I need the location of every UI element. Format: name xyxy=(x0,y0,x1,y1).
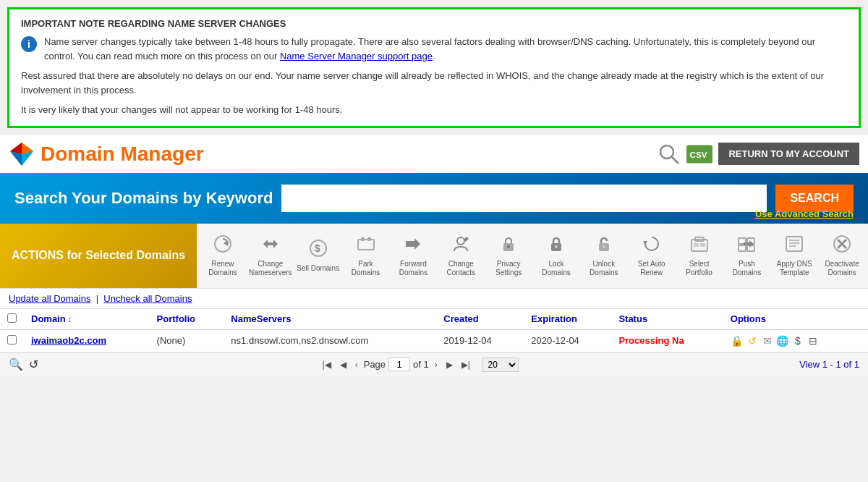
change-contacts-label: Change Contacts xyxy=(439,260,482,277)
svg-text:CSV: CSV xyxy=(690,150,707,159)
nameservers-cell: ns1.dnsowl.com,ns2.dnsowl.com xyxy=(224,329,436,352)
refresh-icon-footer[interactable]: ↺ xyxy=(29,358,38,371)
last-page-btn[interactable]: ▶| xyxy=(459,358,473,371)
svg-text:$: $ xyxy=(315,242,320,254)
privacy-label: Privacy Settings xyxy=(487,260,530,277)
svg-rect-14 xyxy=(361,237,365,241)
csv-icon[interactable]: CSV xyxy=(686,144,712,164)
action-sell-domains[interactable]: $ Sell Domains xyxy=(295,235,341,276)
sell-label: Sell Domains xyxy=(297,264,339,273)
svg-rect-13 xyxy=(358,240,374,250)
push-label: Push Domains xyxy=(726,260,769,277)
update-all-link[interactable]: Update all Domains xyxy=(9,293,90,304)
col-domain: Domain ↕ xyxy=(24,309,150,330)
next-step-btn[interactable]: › xyxy=(432,358,441,371)
domain-link[interactable]: iwaimaob2c.com xyxy=(31,335,106,346)
row-email-icon[interactable]: ✉ xyxy=(761,334,774,347)
important-note-body: Name server changes typically take betwe… xyxy=(44,35,847,63)
action-set-auto-renew[interactable]: Set Auto Renew xyxy=(629,231,675,280)
next-page-btn[interactable]: ▶ xyxy=(443,358,456,371)
renew-icon xyxy=(213,234,233,257)
privacy-icon xyxy=(498,234,519,257)
sell-icon: $ xyxy=(308,238,328,261)
prev-page-btn[interactable]: ◀ xyxy=(337,358,349,371)
svg-rect-15 xyxy=(367,237,371,241)
row-globe-icon[interactable]: 🌐 xyxy=(776,334,789,347)
pagination: |◀ ◀ ‹ Page 1 of 1 › ▶ ▶| 20 50 100 xyxy=(320,358,519,372)
per-page-select[interactable]: 20 50 100 xyxy=(482,358,519,372)
action-change-nameservers[interactable]: Change Nameservers xyxy=(247,231,294,280)
options-cell: 🔒 ↺ ✉ 🌐 $ ⊟ xyxy=(723,329,868,352)
forward-label: Forward Domains xyxy=(391,260,435,277)
row-renew-icon[interactable]: ↺ xyxy=(746,334,759,347)
nameserver-manager-link[interactable]: Name Server Manager support page xyxy=(280,51,433,62)
view-label: View 1 - 1 of 1 xyxy=(799,359,859,370)
park-label: Park Domains xyxy=(344,260,388,277)
svg-rect-30 xyxy=(739,245,746,251)
col-options: Options xyxy=(723,309,868,330)
svg-rect-27 xyxy=(694,243,699,247)
dns-template-icon xyxy=(784,234,804,257)
action-renew-domains[interactable]: Renew Domains xyxy=(200,231,246,280)
domains-table: Domain ↕ Portfolio NameServers Created E… xyxy=(0,309,868,352)
uncheck-all-link[interactable]: Uncheck all Domains xyxy=(103,293,192,304)
action-deactivate-domains[interactable]: Deactivate Domains xyxy=(819,231,865,280)
search-input[interactable] xyxy=(281,185,767,212)
svg-line-6 xyxy=(672,157,678,164)
park-icon xyxy=(356,234,376,257)
portfolio-icon xyxy=(689,234,710,257)
table-controls: Update all Domains | Uncheck all Domains xyxy=(0,289,868,309)
important-note-body2: Rest assured that there are absolutely n… xyxy=(21,69,847,97)
change-contacts-icon xyxy=(451,234,471,257)
sort-icon[interactable]: ↕ xyxy=(68,316,72,324)
search-bar: Search Your Domains by Keyword SEARCH Us… xyxy=(0,173,868,224)
search-icon-footer[interactable]: 🔍 xyxy=(9,358,23,371)
actions-title: ACTIONS for Selected Domains xyxy=(0,224,197,288)
actions-bar: ACTIONS for Selected Domains Renew Domai… xyxy=(0,224,868,289)
svg-rect-34 xyxy=(786,237,802,251)
renew-label: Renew Domains xyxy=(201,260,244,277)
action-unlock-domains[interactable]: Unlock Domains xyxy=(581,231,627,280)
col-portfolio: Portfolio xyxy=(150,309,224,330)
row-sell-icon[interactable]: $ xyxy=(791,334,804,347)
action-forward-domains[interactable]: Forward Domains xyxy=(390,231,436,280)
table-footer: 🔍 ↺ |◀ ◀ ‹ Page 1 of 1 › ▶ ▶| 20 50 100 … xyxy=(0,352,868,376)
lock-label: Lock Domains xyxy=(535,260,578,277)
prev-step-btn[interactable]: ‹ xyxy=(352,358,361,371)
action-push-domains[interactable]: Push Domains xyxy=(724,231,770,280)
action-lock-domains[interactable]: Lock Domains xyxy=(533,231,579,280)
change-nameservers-icon xyxy=(260,234,281,257)
unlock-label: Unlock Domains xyxy=(582,260,626,277)
action-apply-dns-template[interactable]: Apply DNS Template xyxy=(771,231,817,280)
auto-renew-icon xyxy=(642,234,662,257)
return-to-account-button[interactable]: RETURN TO MY ACCOUNT xyxy=(718,143,859,165)
important-note-title: IMPORTANT NOTE REGARDING NAME SERVER CHA… xyxy=(21,18,847,29)
col-created: Created xyxy=(436,309,524,330)
header: Domain Manager CSV RETURN TO MY ACCOUNT xyxy=(0,135,868,173)
action-select-portfolio[interactable]: Select Portfolio xyxy=(676,231,723,280)
action-park-domains[interactable]: Park Domains xyxy=(343,231,389,280)
page-number-input[interactable]: 1 xyxy=(388,358,410,371)
row-lock-icon[interactable]: 🔒 xyxy=(731,334,744,347)
first-page-btn[interactable]: |◀ xyxy=(320,358,334,371)
select-all-checkbox[interactable] xyxy=(7,313,17,323)
lock-icon xyxy=(546,234,566,257)
info-icon: i xyxy=(21,36,37,52)
action-privacy-settings[interactable]: Privacy Settings xyxy=(485,231,532,280)
row-checkbox[interactable] xyxy=(7,335,17,344)
portfolio-label: Select Portfolio xyxy=(678,260,721,277)
status-cell: Processing Na xyxy=(611,329,723,352)
advanced-search-link[interactable]: Use Advanced Search xyxy=(755,208,854,219)
magnifier-icon[interactable] xyxy=(658,143,681,166)
logo-icon xyxy=(9,141,35,167)
svg-marker-10 xyxy=(224,241,228,246)
action-change-contacts[interactable]: Change Contacts xyxy=(438,231,484,280)
col-expiration: Expiration xyxy=(524,309,611,330)
logo-area: Domain Manager xyxy=(9,141,204,167)
row-dns-icon[interactable]: ⊟ xyxy=(807,334,820,347)
expiration-cell: 2020-12-04 xyxy=(524,329,611,352)
svg-point-19 xyxy=(507,245,510,248)
row-options: 🔒 ↺ ✉ 🌐 $ ⊟ xyxy=(731,334,861,347)
footer-left: 🔍 ↺ xyxy=(9,358,38,371)
dns-template-label: Apply DNS Template xyxy=(773,260,816,277)
